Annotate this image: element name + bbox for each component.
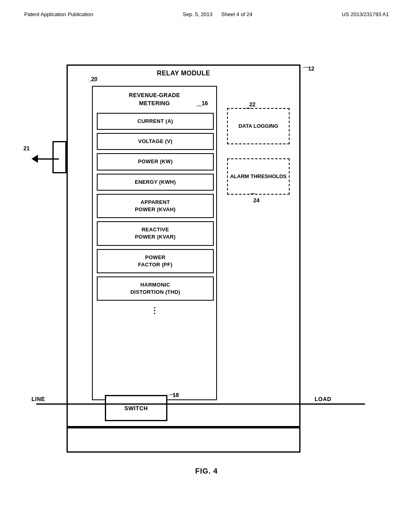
meter-box-current: CURRENT (A) bbox=[97, 113, 214, 130]
right-bottom-line bbox=[299, 427, 300, 452]
brace-18-icon: ⌒ bbox=[167, 393, 176, 405]
brace-22: ⌒ bbox=[244, 106, 252, 118]
diagram-area: RELAY MODULE REVENUE-GRADEMETERING CURRE… bbox=[0, 56, 413, 500]
figure-label: FIG. 4 bbox=[195, 467, 218, 476]
page-header: Patent Application Publication Sep. 5, 2… bbox=[0, 0, 413, 17]
meter-box-thd: HARMONICDISTORTION (THD) bbox=[97, 276, 214, 301]
very-bottom-line bbox=[67, 451, 300, 453]
arrow-21-line bbox=[38, 158, 59, 160]
meter-box-voltage: VOLTAGE (V) bbox=[97, 133, 214, 150]
alarm-thresholds-box: ALARM THRESHOLDS bbox=[227, 158, 290, 195]
header-right: US 2013/231793 A1 bbox=[342, 11, 389, 17]
line-to-load-connector bbox=[36, 403, 365, 405]
switch-box: SWITCH bbox=[105, 395, 167, 421]
relay-module-title: RELAY MODULE bbox=[68, 66, 299, 79]
header-sheet: Sheet 4 of 24 bbox=[221, 11, 252, 17]
header-left: Patent Application Publication bbox=[24, 11, 93, 17]
meter-box-energy: ENERGY (KWH) bbox=[97, 174, 214, 191]
load-label: LOAD bbox=[315, 396, 332, 402]
arrow-21-group bbox=[31, 155, 59, 163]
meter-box-pf: POWERFACTOR (PF) bbox=[97, 249, 214, 273]
brace-12-icon: ⌒ bbox=[302, 65, 311, 77]
brace-16-icon: ⌒ bbox=[195, 104, 203, 115]
ref-label-21: 21 bbox=[23, 145, 30, 152]
brace-24: ⌒ bbox=[248, 191, 257, 204]
line-label: LINE bbox=[31, 396, 45, 402]
bottom-line bbox=[67, 427, 300, 428]
revenue-grade-box: REVENUE-GRADEMETERING CURRENT (A) VOLTAG… bbox=[92, 86, 217, 400]
left-bottom-line bbox=[67, 427, 68, 452]
alarm-thresholds-text: ALARM THRESHOLDS bbox=[230, 173, 286, 180]
metering-items-list: CURRENT (A) VOLTAGE (V) POWER (KW) ENERG… bbox=[97, 113, 214, 317]
relay-module-box: RELAY MODULE REVENUE-GRADEMETERING CURRE… bbox=[67, 64, 300, 427]
header-date: Sep. 5, 2013 bbox=[183, 11, 213, 17]
data-logging-text: DATA LOGGING bbox=[238, 123, 278, 130]
brace-20-icon: ⌒ bbox=[88, 79, 96, 90]
data-logging-box: DATA LOGGING bbox=[227, 108, 290, 144]
ellipsis-indicator: ⋮ bbox=[97, 304, 214, 317]
meter-box-reactive: REACTIVEPOWER (KVAR) bbox=[97, 221, 214, 245]
header-middle: Sep. 5, 2013 Sheet 4 of 24 bbox=[183, 11, 252, 17]
meter-box-power: POWER (KW) bbox=[97, 153, 214, 170]
arrow-21-icon bbox=[31, 155, 38, 163]
meter-box-apparent: APPARENTPOWER (KVAH) bbox=[97, 194, 214, 218]
switch-label: SWITCH bbox=[124, 405, 148, 411]
